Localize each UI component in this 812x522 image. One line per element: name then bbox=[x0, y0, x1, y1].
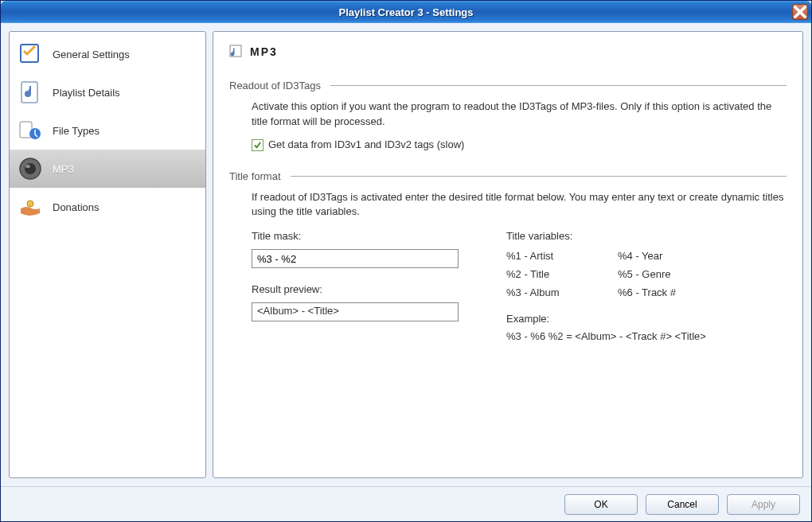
sidebar-item-label: File Types bbox=[53, 125, 100, 137]
section-description: If readout of ID3Tags is activated enter… bbox=[252, 190, 787, 220]
cancel-button[interactable]: Cancel bbox=[646, 494, 719, 515]
hand-coins-icon bbox=[18, 194, 43, 220]
section-format-header: Title format bbox=[229, 170, 787, 182]
window-title: Playlist Creator 3 - Settings bbox=[338, 6, 473, 18]
result-preview-value: <Album> - <Title> bbox=[257, 304, 339, 319]
var-artist: %1 - Artist bbox=[506, 249, 618, 264]
section-description: Activate this option if you want the pro… bbox=[252, 99, 787, 130]
check-icon bbox=[253, 141, 262, 150]
var-genre: %5 - Genre bbox=[618, 267, 729, 282]
var-album: %3 - Album bbox=[506, 286, 618, 301]
sidebar-item-label: Playlist Details bbox=[53, 87, 120, 99]
close-icon bbox=[793, 5, 807, 19]
divider bbox=[330, 85, 787, 86]
title-vars-label: Title variables: bbox=[506, 229, 729, 244]
section-label: Title format bbox=[229, 170, 281, 182]
sidebar-item-label: Donations bbox=[53, 201, 100, 213]
section-id3-header: Readout of ID3Tags bbox=[229, 80, 787, 92]
example-text: %3 - %6 %2 = <Album> - <Track #> <Title> bbox=[506, 329, 729, 345]
svg-point-6 bbox=[25, 165, 30, 168]
apply-button[interactable]: Apply bbox=[727, 494, 800, 515]
speaker-icon bbox=[18, 156, 43, 181]
main-panel: MP3 Readout of ID3Tags Activate this opt… bbox=[213, 31, 803, 478]
sidebar-item-general[interactable]: General Settings bbox=[10, 35, 205, 73]
panel-icon bbox=[229, 45, 244, 59]
button-bar: OK Cancel Apply bbox=[1, 486, 811, 521]
filetypes-icon bbox=[18, 118, 43, 143]
sidebar-item-donations[interactable]: Donations bbox=[10, 188, 205, 226]
var-track: %6 - Track # bbox=[618, 286, 729, 301]
settings-icon bbox=[18, 41, 43, 67]
vars-grid: %1 - Artist %4 - Year %2 - Title %5 - Ge… bbox=[506, 249, 729, 301]
checkbox-row[interactable]: Get data from ID3v1 and ID3v2 tags (slow… bbox=[252, 138, 787, 153]
divider bbox=[291, 176, 787, 177]
note-document-icon bbox=[18, 80, 43, 105]
section-format-body: If readout of ID3Tags is activated enter… bbox=[229, 190, 787, 345]
var-year: %4 - Year bbox=[618, 249, 729, 264]
result-preview-box: <Album> - <Title> bbox=[252, 302, 459, 321]
result-preview-label: Result preview: bbox=[252, 282, 459, 298]
settings-window: Playlist Creator 3 - Settings General Se… bbox=[0, 0, 812, 522]
sidebar-item-label: General Settings bbox=[53, 49, 130, 60]
sidebar-item-filetypes[interactable]: File Types bbox=[10, 111, 205, 150]
sidebar-item-label: MP3 bbox=[53, 163, 74, 175]
section-id3-body: Activate this option if you want the pro… bbox=[229, 99, 787, 153]
content-area: General Settings Playlist Details File T… bbox=[1, 23, 811, 486]
svg-point-7 bbox=[27, 201, 33, 207]
example-label: Example: bbox=[506, 312, 729, 327]
panel-header: MP3 bbox=[229, 45, 787, 59]
title-mask-input[interactable] bbox=[252, 249, 459, 268]
checkbox-label: Get data from ID3v1 and ID3v2 tags (slow… bbox=[268, 138, 464, 153]
var-title: %2 - Title bbox=[506, 267, 618, 282]
sidebar-item-mp3[interactable]: MP3 bbox=[10, 150, 205, 188]
svg-point-5 bbox=[25, 163, 36, 174]
title-mask-label: Title mask: bbox=[252, 229, 459, 244]
sidebar: General Settings Playlist Details File T… bbox=[9, 31, 206, 478]
titlebar[interactable]: Playlist Creator 3 - Settings bbox=[1, 1, 811, 23]
ok-button[interactable]: OK bbox=[564, 494, 638, 515]
checkbox-id3[interactable] bbox=[252, 139, 264, 151]
section-label: Readout of ID3Tags bbox=[229, 80, 321, 92]
close-button[interactable] bbox=[792, 4, 808, 20]
panel-title: MP3 bbox=[250, 45, 278, 58]
sidebar-item-playlist[interactable]: Playlist Details bbox=[10, 73, 205, 111]
